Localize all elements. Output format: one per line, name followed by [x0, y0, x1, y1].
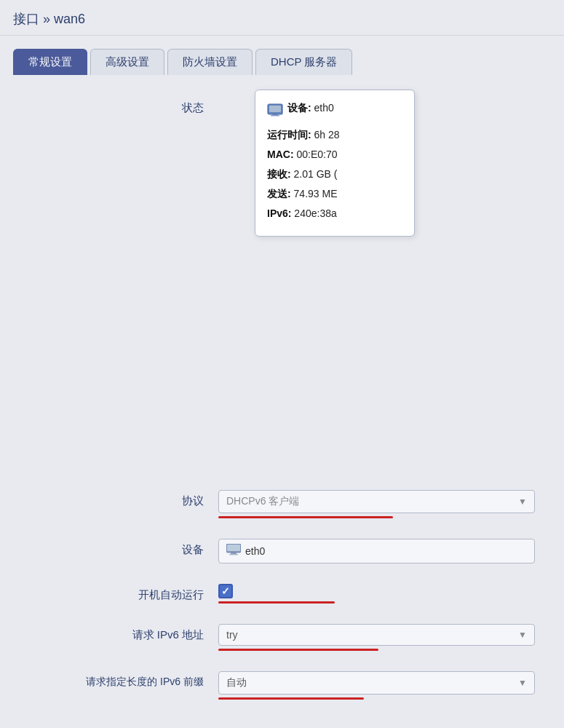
svg-rect-5 — [227, 545, 240, 551]
protocol-dropdown[interactable]: DHCPv6 客户端 ▼ — [218, 490, 535, 513]
request-ipv6-row: 请求 IPv6 地址 try ▼ — [29, 624, 535, 651]
protocol-label: 协议 — [29, 490, 218, 508]
tab-dhcp[interactable]: DHCP 服务器 — [255, 49, 352, 75]
request-prefix-dropdown-text: 自动 — [226, 676, 247, 689]
protocol-annotation — [218, 516, 393, 518]
device-name: eth0 — [245, 545, 265, 557]
status-device: 设备: eth0 — [287, 100, 334, 116]
status-label: 状态 — [29, 97, 218, 115]
autostart-checkbox[interactable]: ✓ — [218, 584, 233, 598]
status-row: 状态 设备: eth0 — [29, 97, 535, 344]
autostart-label: 开机自动运行 — [29, 584, 218, 602]
autostart-checkbox-wrapper: ✓ — [218, 584, 535, 598]
request-ipv6-field: try ▼ — [218, 624, 535, 651]
request-ipv6-dropdown-text: try — [226, 629, 238, 641]
main-content: 状态 设备: eth0 — [0, 75, 564, 728]
protocol-value: DHCPv6 客户端 ▼ — [218, 490, 535, 518]
chevron-down-icon-2: ▼ — [518, 630, 527, 640]
request-prefix-label: 请求指定长度的 IPv6 前缀 — [29, 671, 218, 689]
status-uptime: 运行时间: 6h 28 — [267, 127, 402, 143]
device-field[interactable]: eth0 — [218, 539, 535, 563]
network-status-icon — [267, 101, 283, 120]
request-ipv6-annotation — [218, 649, 378, 651]
breadcrumb: 接口 » wan6 — [13, 12, 85, 26]
request-ipv6-label: 请求 IPv6 地址 — [29, 624, 218, 642]
status-ipv6: IPv6: 240e:38a — [267, 206, 402, 221]
chevron-down-icon-3: ▼ — [518, 678, 527, 688]
autostart-annotation — [218, 601, 335, 604]
tab-firewall[interactable]: 防火墙设置 — [167, 49, 253, 75]
autostart-row: 开机自动运行 ✓ — [29, 584, 535, 604]
svg-rect-7 — [229, 554, 238, 555]
status-mac: MAC: 00:E0:70 — [267, 147, 402, 162]
status-tx: 发送: 74.93 ME — [267, 186, 402, 202]
tab-general[interactable]: 常规设置 — [13, 49, 87, 75]
status-popup: 设备: eth0 运行时间: 6h 28 MAC: 00:E0:70 接收: 2… — [255, 90, 415, 237]
chevron-down-icon: ▼ — [518, 496, 527, 507]
tabs-bar: 常规设置 高级设置 防火墙设置 DHCP 服务器 — [0, 36, 564, 75]
device-row: 设备 eth0 — [29, 539, 535, 563]
autostart-field: ✓ — [218, 584, 535, 604]
svg-rect-3 — [271, 115, 279, 116]
status-value: 设备: eth0 运行时间: 6h 28 MAC: 00:E0:70 接收: 2… — [218, 97, 535, 344]
status-popup-header: 设备: eth0 — [267, 100, 402, 120]
request-prefix-dropdown[interactable]: 自动 ▼ — [218, 671, 535, 695]
protocol-row: 协议 DHCPv6 客户端 ▼ — [29, 490, 535, 518]
status-rx: 接收: 2.01 GB ( — [267, 167, 402, 182]
request-ipv6-dropdown[interactable]: try ▼ — [218, 624, 535, 646]
device-field-wrapper: eth0 — [218, 539, 535, 563]
checkmark-icon: ✓ — [221, 586, 230, 596]
device-icon — [226, 544, 241, 558]
request-prefix-annotation — [218, 697, 364, 700]
page-header: 接口 » wan6 — [0, 0, 564, 36]
request-prefix-field: 自动 ▼ — [218, 671, 535, 700]
protocol-dropdown-text: DHCPv6 客户端 — [226, 495, 299, 508]
request-prefix-row: 请求指定长度的 IPv6 前缀 自动 ▼ — [29, 671, 535, 700]
tab-advanced[interactable]: 高级设置 — [90, 49, 164, 75]
svg-rect-1 — [269, 106, 281, 112]
device-label: 设备 — [29, 539, 218, 557]
